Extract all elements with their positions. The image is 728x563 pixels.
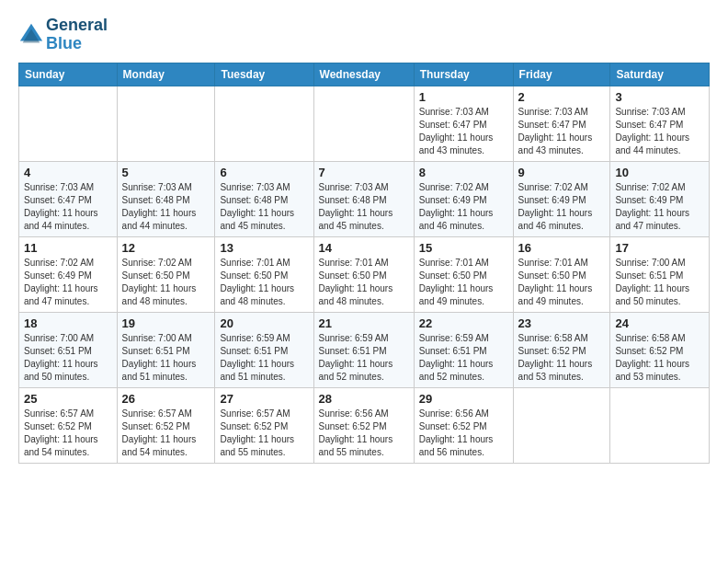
day-number: 16: [518, 241, 606, 255]
day-number: 12: [122, 241, 210, 255]
day-number: 27: [220, 392, 308, 406]
day-info: Sunrise: 7:02 AM Sunset: 6:49 PM Dayligh…: [419, 181, 508, 233]
day-cell: [313, 86, 414, 161]
day-info: Sunrise: 7:02 AM Sunset: 6:50 PM Dayligh…: [122, 257, 210, 308]
day-info: Sunrise: 7:01 AM Sunset: 6:50 PM Dayligh…: [319, 257, 409, 308]
header: General Blue: [18, 17, 710, 53]
day-number: 26: [122, 392, 210, 406]
day-cell: [19, 86, 118, 161]
day-info: Sunrise: 7:01 AM Sunset: 6:50 PM Dayligh…: [220, 257, 308, 308]
day-number: 23: [518, 316, 606, 330]
day-info: Sunrise: 7:03 AM Sunset: 6:48 PM Dayligh…: [220, 181, 308, 233]
day-info: Sunrise: 7:02 AM Sunset: 6:49 PM Dayligh…: [24, 257, 112, 308]
day-cell: 4Sunrise: 7:03 AM Sunset: 6:47 PM Daylig…: [19, 161, 118, 236]
day-info: Sunrise: 7:03 AM Sunset: 6:48 PM Dayligh…: [122, 181, 210, 233]
day-cell: 3Sunrise: 7:03 AM Sunset: 6:47 PM Daylig…: [610, 86, 710, 161]
week-row-5: 25Sunrise: 6:57 AM Sunset: 6:52 PM Dayli…: [19, 387, 710, 463]
day-info: Sunrise: 6:59 AM Sunset: 6:51 PM Dayligh…: [220, 332, 308, 384]
logo-text: General Blue: [46, 17, 108, 53]
day-number: 25: [24, 392, 112, 406]
day-number: 15: [419, 241, 508, 255]
day-cell: 10Sunrise: 7:02 AM Sunset: 6:49 PM Dayli…: [610, 161, 710, 236]
day-cell: 15Sunrise: 7:01 AM Sunset: 6:50 PM Dayli…: [414, 236, 513, 312]
day-info: Sunrise: 6:59 AM Sunset: 6:51 PM Dayligh…: [319, 332, 409, 384]
day-header-thursday: Thursday: [414, 63, 513, 86]
day-info: Sunrise: 6:59 AM Sunset: 6:51 PM Dayligh…: [419, 332, 508, 384]
day-cell: 24Sunrise: 6:58 AM Sunset: 6:52 PM Dayli…: [610, 312, 710, 387]
day-number: 8: [419, 166, 508, 179]
day-cell: 17Sunrise: 7:00 AM Sunset: 6:51 PM Dayli…: [610, 236, 710, 312]
day-cell: [215, 86, 313, 161]
day-info: Sunrise: 7:03 AM Sunset: 6:47 PM Dayligh…: [24, 181, 112, 233]
day-cell: 11Sunrise: 7:02 AM Sunset: 6:49 PM Dayli…: [19, 236, 118, 312]
day-number: 1: [419, 90, 508, 104]
day-cell: [610, 387, 710, 463]
day-number: 6: [220, 166, 308, 179]
day-cell: 5Sunrise: 7:03 AM Sunset: 6:48 PM Daylig…: [117, 161, 215, 236]
day-info: Sunrise: 7:02 AM Sunset: 6:49 PM Dayligh…: [518, 181, 606, 233]
day-cell: 18Sunrise: 7:00 AM Sunset: 6:51 PM Dayli…: [19, 312, 118, 387]
day-number: 11: [24, 241, 112, 255]
day-number: 5: [122, 166, 210, 179]
day-info: Sunrise: 7:00 AM Sunset: 6:51 PM Dayligh…: [122, 332, 210, 384]
day-cell: [117, 86, 215, 161]
day-number: 13: [220, 241, 308, 255]
day-info: Sunrise: 7:01 AM Sunset: 6:50 PM Dayligh…: [518, 257, 606, 308]
day-info: Sunrise: 6:56 AM Sunset: 6:52 PM Dayligh…: [319, 408, 409, 459]
week-row-2: 4Sunrise: 7:03 AM Sunset: 6:47 PM Daylig…: [19, 161, 710, 236]
day-info: Sunrise: 7:03 AM Sunset: 6:48 PM Dayligh…: [319, 181, 409, 233]
day-cell: 2Sunrise: 7:03 AM Sunset: 6:47 PM Daylig…: [513, 86, 610, 161]
day-number: 17: [615, 241, 704, 255]
day-number: 7: [319, 166, 409, 179]
day-info: Sunrise: 6:57 AM Sunset: 6:52 PM Dayligh…: [220, 408, 308, 459]
day-cell: 20Sunrise: 6:59 AM Sunset: 6:51 PM Dayli…: [215, 312, 313, 387]
day-number: 28: [319, 392, 409, 406]
day-header-monday: Monday: [117, 63, 215, 86]
day-number: 10: [615, 166, 704, 179]
day-number: 9: [518, 166, 606, 179]
day-cell: 16Sunrise: 7:01 AM Sunset: 6:50 PM Dayli…: [513, 236, 610, 312]
day-cell: 21Sunrise: 6:59 AM Sunset: 6:51 PM Dayli…: [313, 312, 414, 387]
day-info: Sunrise: 7:01 AM Sunset: 6:50 PM Dayligh…: [419, 257, 508, 308]
day-cell: 14Sunrise: 7:01 AM Sunset: 6:50 PM Dayli…: [313, 236, 414, 312]
day-number: 3: [615, 90, 704, 104]
logo-icon: [18, 22, 44, 48]
day-cell: 6Sunrise: 7:03 AM Sunset: 6:48 PM Daylig…: [215, 161, 313, 236]
logo: General Blue: [18, 17, 108, 53]
day-info: Sunrise: 7:03 AM Sunset: 6:47 PM Dayligh…: [615, 106, 704, 157]
day-header-friday: Friday: [513, 63, 610, 86]
day-info: Sunrise: 7:00 AM Sunset: 6:51 PM Dayligh…: [615, 257, 704, 308]
day-cell: 29Sunrise: 6:56 AM Sunset: 6:52 PM Dayli…: [414, 387, 513, 463]
day-info: Sunrise: 6:58 AM Sunset: 6:52 PM Dayligh…: [518, 332, 606, 384]
day-header-sunday: Sunday: [19, 63, 118, 86]
day-info: Sunrise: 7:00 AM Sunset: 6:51 PM Dayligh…: [24, 332, 112, 384]
day-number: 19: [122, 316, 210, 330]
day-cell: 7Sunrise: 7:03 AM Sunset: 6:48 PM Daylig…: [313, 161, 414, 236]
day-number: 4: [24, 166, 112, 179]
day-cell: 1Sunrise: 7:03 AM Sunset: 6:47 PM Daylig…: [414, 86, 513, 161]
day-number: 22: [419, 316, 508, 330]
day-cell: 13Sunrise: 7:01 AM Sunset: 6:50 PM Dayli…: [215, 236, 313, 312]
day-info: Sunrise: 7:03 AM Sunset: 6:47 PM Dayligh…: [518, 106, 606, 157]
calendar-table: SundayMondayTuesdayWednesdayThursdayFrid…: [18, 63, 710, 464]
days-header-row: SundayMondayTuesdayWednesdayThursdayFrid…: [19, 63, 710, 86]
day-number: 20: [220, 316, 308, 330]
week-row-3: 11Sunrise: 7:02 AM Sunset: 6:49 PM Dayli…: [19, 236, 710, 312]
day-header-wednesday: Wednesday: [313, 63, 414, 86]
day-header-tuesday: Tuesday: [215, 63, 313, 86]
day-number: 2: [518, 90, 606, 104]
day-number: 14: [319, 241, 409, 255]
day-info: Sunrise: 6:56 AM Sunset: 6:52 PM Dayligh…: [419, 408, 508, 459]
page: General Blue SundayMondayTuesdayWednesda…: [0, 0, 728, 473]
day-cell: 27Sunrise: 6:57 AM Sunset: 6:52 PM Dayli…: [215, 387, 313, 463]
day-number: 18: [24, 316, 112, 330]
day-number: 24: [615, 316, 704, 330]
day-info: Sunrise: 7:03 AM Sunset: 6:47 PM Dayligh…: [419, 106, 508, 157]
day-cell: 8Sunrise: 7:02 AM Sunset: 6:49 PM Daylig…: [414, 161, 513, 236]
week-row-1: 1Sunrise: 7:03 AM Sunset: 6:47 PM Daylig…: [19, 86, 710, 161]
day-cell: 26Sunrise: 6:57 AM Sunset: 6:52 PM Dayli…: [117, 387, 215, 463]
week-row-4: 18Sunrise: 7:00 AM Sunset: 6:51 PM Dayli…: [19, 312, 710, 387]
day-cell: 12Sunrise: 7:02 AM Sunset: 6:50 PM Dayli…: [117, 236, 215, 312]
day-cell: [513, 387, 610, 463]
day-info: Sunrise: 7:02 AM Sunset: 6:49 PM Dayligh…: [615, 181, 704, 233]
